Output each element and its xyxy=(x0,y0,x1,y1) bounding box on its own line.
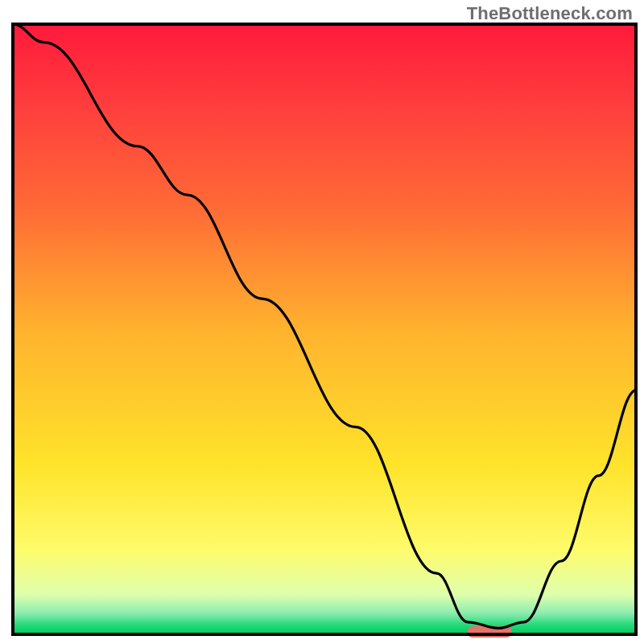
chart-frame: TheBottleneck.com xyxy=(0,0,644,644)
watermark-text: TheBottleneck.com xyxy=(467,3,633,24)
plot-background xyxy=(13,24,636,634)
bottleneck-chart xyxy=(0,0,644,644)
